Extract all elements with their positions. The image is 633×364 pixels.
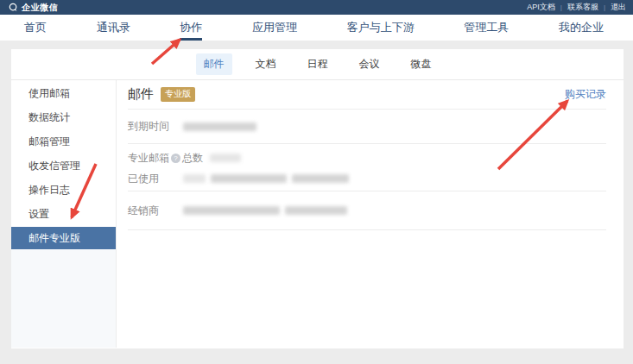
topbar-brand: 企业微信 (9, 2, 58, 14)
redacted-value (210, 154, 241, 162)
tab-calendar[interactable]: 日程 (300, 53, 336, 75)
reseller-row: 经销商 (128, 191, 606, 230)
nav-item-admin-tools[interactable]: 管理工具 (464, 15, 509, 41)
sidebar-item-send-receive[interactable]: 收发信管理 (11, 154, 116, 177)
page-title: 邮件 (128, 86, 154, 103)
sidebar-item-mail-pro[interactable]: 邮件专业版 (11, 227, 116, 249)
logout-link[interactable]: 退出 (611, 2, 626, 13)
nav-item-collaboration[interactable]: 协作 (180, 15, 202, 41)
topbar: 企业微信 API文档 | 联系客服 | 退出 (0, 0, 633, 15)
sidebar-item-settings[interactable]: 设置 (11, 203, 116, 225)
main-panel: 邮件 文档 日程 会议 微盘 使用邮箱 数据统计 邮箱管理 收发信管理 操作日志… (11, 49, 624, 348)
title-row: 邮件 专业版 购买记录 (128, 80, 606, 110)
pro-mailbox-group-row: 专业邮箱 ? 总数 已使用 (128, 144, 606, 191)
reseller-value (183, 206, 347, 215)
contact-support-link[interactable]: 联系客服 (567, 2, 598, 13)
expire-time-row: 到期时间 (128, 110, 606, 144)
used-label: 已使用 (128, 172, 183, 186)
tab-meeting[interactable]: 会议 (351, 53, 388, 75)
sidebar-item-mailbox-management[interactable]: 邮箱管理 (11, 130, 116, 153)
purchase-history-link[interactable]: 购买记录 (565, 87, 606, 102)
enterprise-wechat-admin-screen: 企业微信 API文档 | 联系客服 | 退出 首页 通讯录 协作 应用管理 客户… (0, 0, 633, 364)
sidebar-filler (11, 249, 116, 348)
pro-version-badge: 专业版 (161, 87, 195, 102)
nav-item-app-management[interactable]: 应用管理 (252, 15, 297, 41)
total-label: 总数 (182, 151, 203, 166)
total-value (210, 154, 241, 162)
sidebar-item-operation-log[interactable]: 操作日志 (11, 179, 116, 201)
reseller-label: 经销商 (128, 204, 183, 218)
chat-bubble-logo-icon (9, 3, 18, 12)
redacted-value (183, 174, 206, 183)
expire-time-value (183, 122, 256, 131)
tab-drive[interactable]: 微盘 (403, 53, 440, 75)
mailbox-total-line: 专业邮箱 ? 总数 (128, 147, 606, 168)
sidebar-item-statistics[interactable]: 数据统计 (11, 106, 116, 129)
topbar-links: API文档 | 联系客服 | 退出 (527, 2, 626, 13)
redacted-value (285, 206, 347, 215)
api-docs-link[interactable]: API文档 (527, 2, 555, 13)
redacted-value (211, 174, 287, 183)
tab-mail[interactable]: 邮件 (196, 53, 232, 75)
app-title: 企业微信 (22, 2, 58, 14)
main-nav: 首页 通讯录 协作 应用管理 客户与上下游 管理工具 我的企业 (0, 15, 633, 41)
redacted-value (183, 206, 280, 215)
nav-item-home[interactable]: 首页 (24, 15, 47, 41)
expire-time-label: 到期时间 (128, 119, 183, 134)
nav-item-customers[interactable]: 客户与上下游 (347, 15, 415, 41)
tab-docs[interactable]: 文档 (248, 53, 284, 75)
mail-sidebar: 使用邮箱 数据统计 邮箱管理 收发信管理 操作日志 设置 邮件专业版 (11, 80, 117, 348)
nav-item-contacts[interactable]: 通讯录 (97, 15, 130, 41)
mailbox-used-line: 已使用 (128, 168, 606, 189)
used-value (183, 174, 349, 183)
info-icon[interactable]: ? (171, 154, 180, 163)
mail-pro-content: 邮件 专业版 购买记录 到期时间 专业邮箱 ? 总数 (117, 80, 624, 348)
panel-body: 使用邮箱 数据统计 邮箱管理 收发信管理 操作日志 设置 邮件专业版 邮件 专业… (11, 80, 624, 348)
pro-mailbox-label: 专业邮箱 (128, 151, 169, 166)
separator: | (604, 3, 605, 11)
separator: | (560, 3, 562, 11)
sidebar-item-use-mailbox[interactable]: 使用邮箱 (11, 82, 116, 104)
nav-item-my-company[interactable]: 我的企业 (559, 15, 604, 41)
collaboration-subtabs: 邮件 文档 日程 会议 微盘 (11, 49, 624, 80)
redacted-value (292, 174, 349, 183)
redacted-value (183, 122, 256, 131)
